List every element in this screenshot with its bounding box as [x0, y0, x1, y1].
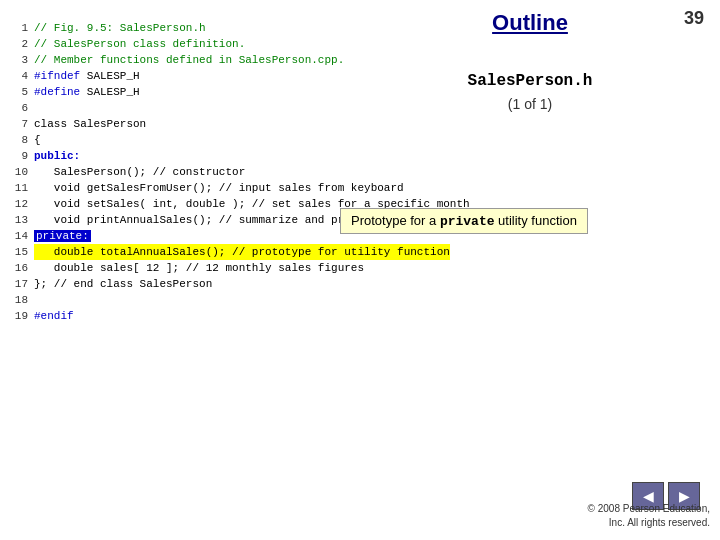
line-text: double sales[ 12 ]; // 12 monthly sales … [34, 260, 364, 276]
line-text: #ifndef SALESP_H [34, 68, 140, 84]
line-number: 9 [10, 148, 28, 164]
line-number: 2 [10, 36, 28, 52]
code-line-17: 17}; // end class SalesPerson [10, 276, 385, 292]
page-indicator: (1 of 1) [400, 96, 660, 112]
code-line-2: 2// SalesPerson class definition. [10, 36, 385, 52]
code-line-16: 16 double sales[ 12 ]; // 12 monthly sal… [10, 260, 385, 276]
callout-box: Prototype for a private utility function [340, 208, 588, 234]
code-line-14: 14private: [10, 228, 385, 244]
line-number: 5 [10, 84, 28, 100]
line-number: 1 [10, 20, 28, 36]
line-text: public: [34, 148, 80, 164]
code-line-19: 19#endif [10, 308, 385, 324]
line-text: class SalesPerson [34, 116, 146, 132]
line-number: 8 [10, 132, 28, 148]
line-number: 16 [10, 260, 28, 276]
line-number: 6 [10, 100, 28, 116]
outline-title: Outline [400, 10, 660, 36]
code-line-1: 1// Fig. 9.5: SalesPerson.h [10, 20, 385, 36]
code-line-7: 7class SalesPerson [10, 116, 385, 132]
slide-container: 39 Outline SalesPerson.h (1 of 1) 1// Fi… [0, 0, 720, 540]
line-text: // Member functions defined in SalesPers… [34, 52, 344, 68]
line-number: 13 [10, 212, 28, 228]
line-text: private: [34, 228, 91, 244]
callout-text-after: utility function [495, 213, 577, 228]
code-line-13: 13 void printAnnualSales(); // summarize… [10, 212, 385, 228]
code-line-11: 11 void getSalesFromUser(); // input sal… [10, 180, 385, 196]
line-text: }; // end class SalesPerson [34, 276, 212, 292]
code-line-9: 9public: [10, 148, 385, 164]
code-line-5: 5#define SALESP_H [10, 84, 385, 100]
code-line-10: 10 SalesPerson(); // constructor [10, 164, 385, 180]
line-number: 15 [10, 244, 28, 260]
code-line-15: 15 double totalAnnualSales(); // prototy… [10, 244, 385, 260]
line-number: 4 [10, 68, 28, 84]
slide-number: 39 [684, 8, 704, 29]
copyright: © 2008 Pearson Education, Inc. All right… [588, 502, 710, 530]
line-text: #define SALESP_H [34, 84, 140, 100]
line-number: 3 [10, 52, 28, 68]
line-number: 10 [10, 164, 28, 180]
code-line-18: 18 [10, 292, 385, 308]
line-text: { [34, 132, 41, 148]
line-number: 19 [10, 308, 28, 324]
copyright-line1: © 2008 Pearson Education, [588, 503, 710, 514]
line-number: 17 [10, 276, 28, 292]
code-area: 1// Fig. 9.5: SalesPerson.h2// SalesPers… [10, 20, 385, 324]
line-text: double totalAnnualSales(); // prototype … [34, 244, 450, 260]
line-number: 12 [10, 196, 28, 212]
code-line-6: 6 [10, 100, 385, 116]
code-line-8: 8{ [10, 132, 385, 148]
code-line-12: 12 void setSales( int, double ); // set … [10, 196, 385, 212]
code-line-3: 3// Member functions defined in SalesPer… [10, 52, 385, 68]
callout-text-before: Prototype for a [351, 213, 440, 228]
line-number: 11 [10, 180, 28, 196]
line-text: void getSalesFromUser(); // input sales … [34, 180, 404, 196]
line-number: 7 [10, 116, 28, 132]
line-text: // SalesPerson class definition. [34, 36, 245, 52]
line-text: #endif [34, 308, 74, 324]
line-number: 14 [10, 228, 28, 244]
file-subtitle: SalesPerson.h [400, 72, 660, 90]
copyright-line2: Inc. All rights reserved. [609, 517, 710, 528]
callout-keyword: private [440, 214, 495, 229]
line-text: // Fig. 9.5: SalesPerson.h [34, 20, 206, 36]
line-text: SalesPerson(); // constructor [34, 164, 245, 180]
line-number: 18 [10, 292, 28, 308]
code-line-4: 4#ifndef SALESP_H [10, 68, 385, 84]
